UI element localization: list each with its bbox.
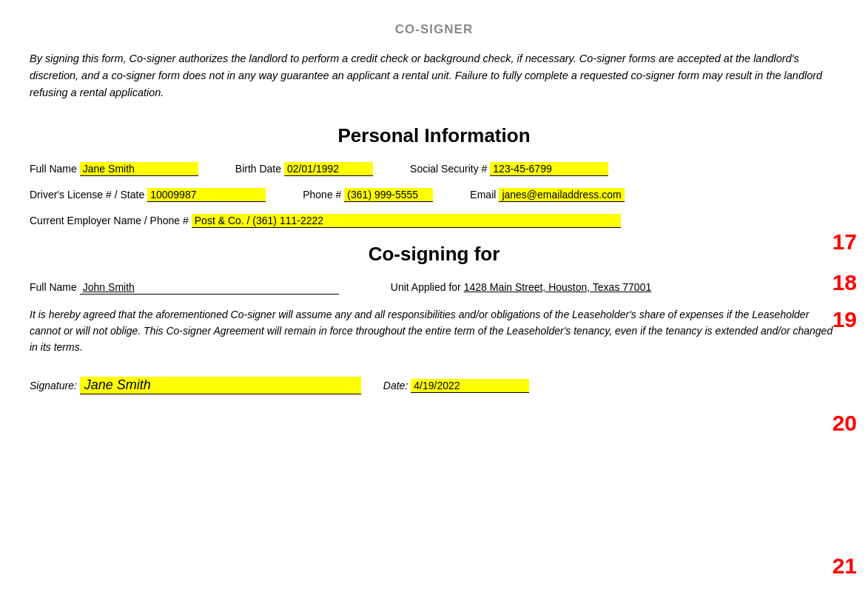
full-name-group: Full Name Jane Smith [30, 162, 213, 176]
unit-value: 1428 Main Street, Houston, Texas 77001 [464, 281, 651, 293]
agreement-paragraph: It is hereby agreed that the aforementio… [30, 306, 838, 356]
employer-value: Post & Co. / (361) 111-2222 [192, 214, 621, 228]
badge-19: 19 [832, 307, 857, 332]
birth-date-group: Birth Date 02/01/1992 [235, 162, 388, 176]
drivers-license-value: 10009987 [147, 188, 266, 202]
email-label: Email [470, 189, 496, 201]
personal-info-row1: Full Name Jane Smith Birth Date 02/01/19… [30, 162, 838, 176]
cosigning-fullname-label: Full Name [30, 281, 77, 293]
unit-group: Unit Applied for 1428 Main Street, Houst… [391, 281, 651, 293]
signature-row: Signature: Jane Smith Date: 4/19/2022 [30, 377, 838, 394]
cosigning-fullname-group: Full Name John Smith [30, 280, 369, 295]
email-group: Email janes@emailaddress.com [470, 188, 639, 202]
employer-group: Current Employer Name / Phone # Post & C… [30, 214, 636, 228]
unit-label: Unit Applied for [391, 281, 461, 293]
ssn-label: Social Security # [410, 163, 487, 175]
personal-info-row2: Driver's License # / State 10009987 Phon… [30, 188, 838, 202]
ssn-value: 123-45-6799 [490, 162, 608, 176]
signature-label: Signature: [30, 380, 77, 391]
personal-info-row3: Current Employer Name / Phone # Post & C… [30, 214, 838, 228]
personal-info-title: Personal Information [30, 124, 838, 147]
full-name-label: Full Name [30, 163, 77, 175]
phone-value: (361) 999-5555 [344, 188, 433, 202]
phone-label: Phone # [303, 189, 341, 201]
cosigner-header: CO-SIGNER [30, 22, 838, 37]
badge-20: 20 [832, 411, 857, 436]
drivers-license-group: Driver's License # / State 10009987 [30, 188, 280, 202]
email-value: janes@emailaddress.com [499, 188, 624, 202]
badge-21: 21 [832, 554, 857, 579]
birth-date-value: 02/01/1992 [284, 162, 373, 176]
intro-paragraph: By signing this form, Co-signer authoriz… [30, 50, 838, 102]
birth-date-label: Birth Date [235, 163, 281, 175]
full-name-value: Jane Smith [80, 162, 198, 176]
cosigning-title: Co-signing for [30, 243, 838, 266]
badge-17: 17 [832, 229, 857, 255]
phone-group: Phone # (361) 999-5555 [303, 188, 448, 202]
employer-label: Current Employer Name / Phone # [30, 215, 189, 226]
cosigning-fullname-value: John Smith [80, 280, 339, 295]
date-label: Date: [383, 380, 408, 391]
cosigning-row: Full Name John Smith Unit Applied for 14… [30, 280, 838, 295]
signature-value: Jane Smith [80, 377, 361, 394]
badge-18: 18 [832, 270, 857, 295]
drivers-license-label: Driver's License # / State [30, 189, 144, 201]
ssn-group: Social Security # 123-45-6799 [410, 162, 623, 176]
date-value: 4/19/2022 [411, 379, 529, 393]
